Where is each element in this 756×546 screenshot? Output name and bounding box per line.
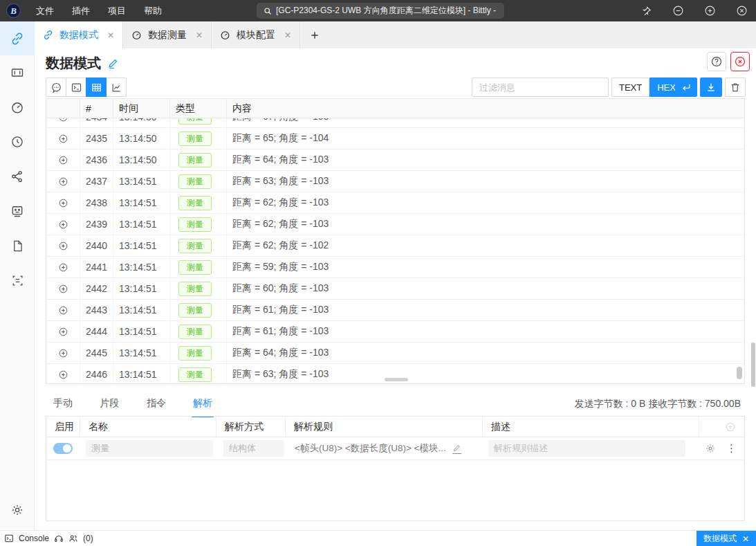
minimize-icon[interactable]: [672, 5, 684, 17]
active-project-badge[interactable]: 数据模式 ✕: [697, 531, 756, 546]
expand-row-icon[interactable]: [58, 262, 68, 273]
search-icon: [264, 7, 272, 15]
sidebar-item-settings[interactable]: [0, 493, 35, 527]
rule-description-input[interactable]: 解析规则描述: [488, 440, 685, 457]
row-content: 距离 = 60; 角度 = -103: [227, 278, 744, 299]
row-time: 13:14:51: [113, 278, 170, 299]
row-content: 距离 = 63; 角度 = -103: [227, 364, 744, 384]
expand-row-icon[interactable]: [58, 198, 68, 208]
close-tab-icon[interactable]: ✕: [107, 31, 114, 39]
expand-row-icon[interactable]: [58, 155, 68, 165]
column-type: 类型: [170, 99, 227, 118]
row-time: 13:14:51: [113, 300, 170, 320]
menu-plugins[interactable]: 插件: [72, 5, 90, 17]
panel-tab-manual[interactable]: 手动: [52, 393, 74, 416]
plus-icon: [309, 30, 320, 41]
sidebar-item-dashboard[interactable]: [0, 90, 35, 125]
close-tab-icon[interactable]: ✕: [196, 31, 203, 39]
expand-row-icon[interactable]: [58, 134, 68, 144]
page-vertical-scrollbar[interactable]: [751, 343, 755, 387]
rule-expression: <帧头(U8)> <数据长度(U8)> <模块...: [295, 442, 446, 455]
filter-input[interactable]: [472, 78, 609, 97]
table-row: 2438 13:14:51 测量 距离 = 62; 角度 = -103: [46, 192, 744, 214]
table-row: 2444 13:14:51 测量 距离 = 61; 角度 = -103: [46, 321, 744, 343]
headset-icon[interactable]: [54, 534, 64, 543]
close-window-icon[interactable]: [736, 5, 748, 17]
row-time: 13:14:51: [113, 257, 170, 277]
online-users-icon[interactable]: [68, 534, 78, 543]
row-time: 13:14:51: [113, 192, 170, 213]
expand-row-icon[interactable]: [58, 370, 68, 380]
add-tab-button[interactable]: [300, 21, 329, 48]
sidebar-item-panels[interactable]: [0, 55, 35, 90]
rule-settings-gear-icon[interactable]: [705, 443, 716, 454]
close-icon[interactable]: ✕: [742, 534, 749, 544]
console-label[interactable]: Console: [19, 534, 49, 543]
table-vertical-scrollbar[interactable]: [737, 367, 742, 379]
row-number: 2444: [80, 321, 113, 342]
row-type-badge: 测量: [178, 131, 212, 146]
clear-messages-button[interactable]: [725, 78, 746, 97]
view-table-button[interactable]: [86, 78, 107, 97]
sidebar-item-documents[interactable]: [0, 228, 35, 263]
column-description: 描述: [483, 417, 699, 437]
expand-row-icon[interactable]: [58, 219, 68, 230]
tab-data-measure[interactable]: 数据测量 ✕: [123, 21, 212, 48]
sidebar-item-timer[interactable]: [0, 125, 35, 159]
tab-module-config[interactable]: 模块配置 ✕: [212, 21, 300, 48]
sidebar-item-terminal[interactable]: [0, 194, 35, 228]
view-terminal-button[interactable]: [66, 78, 86, 97]
panel-tab-parse[interactable]: 解析: [192, 393, 214, 417]
sidebar-item-scan[interactable]: [0, 263, 35, 298]
view-bubble-button[interactable]: [46, 78, 66, 97]
newline-button[interactable]: [675, 78, 697, 97]
menu-project[interactable]: 项目: [108, 5, 126, 17]
row-number: 2437: [80, 171, 113, 192]
expand-row-icon[interactable]: [58, 305, 68, 316]
expand-row-icon[interactable]: [58, 241, 68, 251]
edit-title-icon[interactable]: [107, 57, 119, 69]
menu-file[interactable]: 文件: [36, 5, 54, 17]
row-number: 2435: [80, 128, 113, 149]
table-row: 2442 13:14:51 测量 距离 = 60; 角度 = -103: [46, 278, 744, 300]
rule-enabled-toggle[interactable]: [53, 443, 73, 454]
document-tabstrip: 数据模式 ✕ 数据测量 ✕ 模块配置 ✕: [35, 21, 756, 48]
text-mode-button[interactable]: TEXT: [611, 78, 649, 97]
tab-label: 模块配置: [237, 29, 275, 42]
view-chart-button[interactable]: [106, 78, 127, 97]
panel-tab-snippet[interactable]: 片段: [98, 393, 120, 416]
window-title-search[interactable]: [GC-P2304-GS-2 UWB 方向角度距离二维定位模块] - Bittl…: [257, 3, 504, 19]
table-horizontal-scrollbar[interactable]: [385, 378, 408, 381]
rule-method-select[interactable]: 结构体: [223, 440, 284, 457]
help-button[interactable]: [707, 52, 726, 71]
byte-stats: 发送字节数 : 0 B 接收字节数 : 750.00B: [575, 398, 741, 410]
column-name: 名称: [80, 417, 216, 437]
console-icon[interactable]: [4, 534, 14, 543]
sidebar-item-connections[interactable]: [0, 21, 35, 55]
gauge-icon: [10, 100, 24, 114]
row-type-badge: 测量: [178, 303, 212, 318]
edit-rule-icon[interactable]: [452, 444, 461, 454]
row-type-badge: 测量: [178, 346, 212, 361]
tab-data-mode[interactable]: 数据模式 ✕: [35, 21, 123, 48]
maximize-icon[interactable]: [704, 5, 716, 17]
expand-row-icon[interactable]: [58, 327, 68, 337]
disconnect-button[interactable]: [730, 52, 750, 71]
scroll-to-bottom-button[interactable]: [700, 78, 722, 97]
expand-row-icon[interactable]: [58, 176, 68, 187]
sidebar-item-environment[interactable]: [0, 159, 35, 194]
parse-rule-row: 测量 结构体 <帧头(U8)> <数据长度(U8)> <模块... 解析规则描述…: [46, 437, 744, 460]
row-number: 2436: [80, 149, 113, 170]
pin-window-icon[interactable]: [640, 5, 652, 17]
menu-help[interactable]: 帮助: [144, 5, 162, 17]
close-tab-icon[interactable]: ✕: [284, 31, 291, 39]
rule-more-icon[interactable]: ⋮: [726, 442, 737, 455]
rule-name-input[interactable]: 测量: [86, 440, 213, 457]
table-row: 2436 13:14:50 测量 距离 = 64; 角度 = -103: [46, 149, 744, 171]
expand-row-icon[interactable]: [58, 348, 68, 358]
expand-row-icon[interactable]: [58, 284, 68, 294]
view-mode-switcher: [46, 78, 127, 97]
add-rule-icon[interactable]: [725, 421, 736, 433]
terminal-icon: [71, 82, 82, 93]
panel-tab-command[interactable]: 指令: [145, 393, 167, 416]
